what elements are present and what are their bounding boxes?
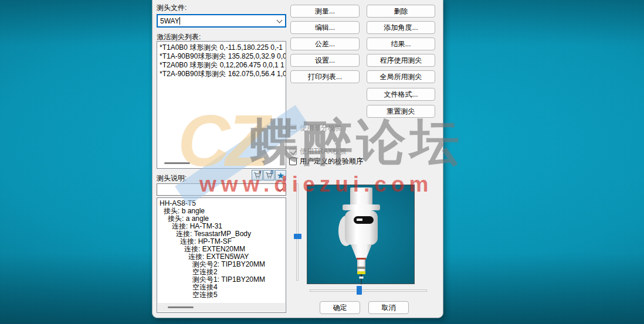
checkbox-label: 使用部分校验 <box>300 123 342 133</box>
tip-list-item[interactable]: *T2A0B0 球形测尖 0,12,206.475 0,0,1 1 <box>157 61 286 70</box>
tree-item[interactable]: 连接: EXTEN5WAY <box>157 253 286 261</box>
tree-item[interactable]: 空连接5 <box>157 291 286 299</box>
tip-list-item[interactable]: *T2A-90B90球形测尖 162.075,0,56.4 1,0 <box>157 70 286 79</box>
chevron-down-icon[interactable] <box>277 17 283 23</box>
checkbox-label: 使用TRAX校验 <box>300 146 347 156</box>
reset-tips-button[interactable]: 重置测尖 <box>367 105 435 118</box>
horizontal-slider-track[interactable] <box>310 289 427 292</box>
cart-add-button[interactable]: + <box>252 170 263 180</box>
checkbox-box <box>289 124 297 132</box>
setup-button[interactable]: 设置... <box>290 54 360 67</box>
tree-item[interactable]: 连接: EXTEN20MM <box>157 245 286 253</box>
tree-item[interactable]: 连接: HP-TM-SF <box>157 238 286 245</box>
cart-count-button[interactable]: 0 <box>263 170 274 180</box>
program-tips-button[interactable]: 程序使用测尖 <box>367 54 435 67</box>
tree-item[interactable]: 连接: HA-TM-31 <box>157 223 286 230</box>
tip-list-item[interactable]: *T1A0B0 球形测尖 0,-11.5,180.225 0,-1 <box>157 43 286 52</box>
vertical-slider-track[interactable] <box>296 183 299 281</box>
probe-file-value: 5WAY <box>160 17 179 25</box>
tree-item[interactable]: 接头: b angle <box>157 207 286 215</box>
delete-button[interactable]: 删除 <box>367 5 435 18</box>
horizontal-slider-thumb[interactable] <box>357 286 362 295</box>
horizontal-scrollbar-thumb[interactable] <box>164 162 190 164</box>
application-viewport: 测头文件: 5WAY 激活测尖列表: *T1A0B0 球形测尖 0,-11.5,… <box>0 0 644 324</box>
tolerances-button[interactable]: 公差... <box>290 37 360 50</box>
print-list-button[interactable]: 打印列表... <box>290 70 360 83</box>
tree-item[interactable]: 空连接4 <box>157 284 286 291</box>
tree-item[interactable]: 测尖号2: TIP1BY20MM <box>157 261 286 268</box>
star-icon: ★ <box>277 171 284 180</box>
checkbox-label: 用户定义的校验顺序 <box>300 156 363 166</box>
probe-file-label: 测头文件: <box>157 3 187 13</box>
measure-button[interactable]: 测量... <box>290 5 360 18</box>
partial-calibration-checkbox: 使用部分校验 <box>289 123 342 133</box>
tree-item[interactable]: 测尖号1: TIP1BY20MM <box>157 276 286 284</box>
probe-render <box>307 185 415 285</box>
favorite-star-button[interactable]: ★ <box>275 170 286 180</box>
tip-list-item[interactable]: *T1A-90B90球形测尖 135.825,0,32.9 0,0 <box>157 52 286 61</box>
tree-item[interactable]: HH-AS8-T5 <box>157 200 286 207</box>
trax-calibration-checkbox: 使用TRAX校验 <box>289 146 347 156</box>
tree-item[interactable]: 接头: a angle <box>157 215 286 223</box>
tree-item[interactable]: 连接: TesastarMP_Body <box>157 230 286 238</box>
active-tips-listbox[interactable]: *T1A0B0 球形测尖 0,-11.5,180.225 0,-1 *T1A-9… <box>157 41 286 169</box>
probe-description-combobox[interactable] <box>157 183 286 196</box>
user-defined-order-checkbox[interactable]: 用户定义的校验顺序 <box>289 156 363 166</box>
add-angles-button[interactable]: 添加角度... <box>367 21 435 34</box>
text-cursor <box>179 17 180 25</box>
chevron-down-icon[interactable] <box>277 186 283 192</box>
horizontal-scrollbar[interactable] <box>158 303 285 312</box>
global-tips-button[interactable]: 全局所用测尖 <box>367 70 435 83</box>
checkbox-box <box>289 148 297 155</box>
probe-3d-preview[interactable] <box>307 185 415 284</box>
ok-button[interactable]: 确定 <box>320 301 360 314</box>
count-badge: 0 <box>270 170 273 175</box>
edit-button[interactable]: 编辑... <box>290 21 360 34</box>
horizontal-scrollbar-thumb[interactable] <box>168 306 194 308</box>
file-format-button[interactable]: 文件格式... <box>367 88 435 101</box>
plus-badge: + <box>259 170 262 175</box>
vertical-slider-thumb[interactable] <box>294 234 301 239</box>
probe-file-combobox[interactable]: 5WAY <box>157 14 286 28</box>
tree-item[interactable]: 空连接2 <box>157 268 286 276</box>
probe-description-tree[interactable]: HH-AS8-T5 接头: b angle 接头: a angle 连接: HA… <box>157 197 286 313</box>
results-button[interactable]: 结果... <box>367 37 435 50</box>
probe-description-label: 测头说明: <box>157 173 187 183</box>
cancel-button[interactable]: 取消 <box>368 301 409 314</box>
checkbox-box[interactable] <box>289 158 297 165</box>
